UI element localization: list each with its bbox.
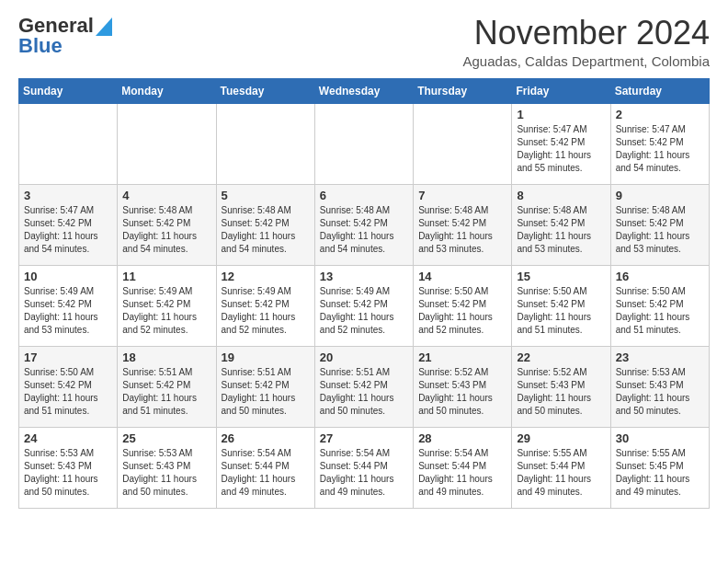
calendar-cell: 24Sunrise: 5:53 AM Sunset: 5:43 PM Dayli… xyxy=(19,427,118,508)
day-number: 8 xyxy=(517,189,605,202)
logo-blue-text: Blue xyxy=(18,35,112,57)
day-number: 29 xyxy=(517,431,605,445)
day-info: Sunrise: 5:49 AM Sunset: 5:42 PM Dayligh… xyxy=(222,286,296,335)
day-number: 22 xyxy=(517,350,605,364)
weekday-header-saturday: Saturday xyxy=(610,78,709,103)
day-number: 2 xyxy=(616,108,704,121)
day-number: 26 xyxy=(222,431,310,445)
day-info: Sunrise: 5:49 AM Sunset: 5:42 PM Dayligh… xyxy=(320,286,394,335)
day-number: 18 xyxy=(122,350,210,364)
day-info: Sunrise: 5:51 AM Sunset: 5:42 PM Dayligh… xyxy=(222,367,296,416)
day-number: 6 xyxy=(320,189,408,202)
calendar-week-row: 3Sunrise: 5:47 AM Sunset: 5:42 PM Daylig… xyxy=(19,184,710,265)
day-number: 27 xyxy=(320,431,408,445)
title-area: November 2024 Aguadas, Caldas Department… xyxy=(463,15,710,69)
day-info: Sunrise: 5:48 AM Sunset: 5:42 PM Dayligh… xyxy=(222,205,296,254)
day-info: Sunrise: 5:52 AM Sunset: 5:43 PM Dayligh… xyxy=(517,367,591,416)
calendar-cell: 23Sunrise: 5:53 AM Sunset: 5:43 PM Dayli… xyxy=(610,346,709,427)
calendar-cell: 25Sunrise: 5:53 AM Sunset: 5:43 PM Dayli… xyxy=(118,427,216,508)
day-info: Sunrise: 5:50 AM Sunset: 5:42 PM Dayligh… xyxy=(517,286,591,335)
day-info: Sunrise: 5:48 AM Sunset: 5:42 PM Dayligh… xyxy=(616,205,690,254)
calendar-table: SundayMondayTuesdayWednesdayThursdayFrid… xyxy=(18,78,710,509)
calendar-week-row: 10Sunrise: 5:49 AM Sunset: 5:42 PM Dayli… xyxy=(19,265,710,346)
day-number: 11 xyxy=(122,270,210,283)
day-info: Sunrise: 5:54 AM Sunset: 5:44 PM Dayligh… xyxy=(418,448,493,497)
weekday-header-monday: Monday xyxy=(118,78,216,103)
calendar-cell xyxy=(19,103,118,184)
day-number: 14 xyxy=(418,270,506,283)
day-number: 5 xyxy=(222,189,310,202)
day-info: Sunrise: 5:55 AM Sunset: 5:44 PM Dayligh… xyxy=(517,448,591,497)
calendar-cell: 16Sunrise: 5:50 AM Sunset: 5:42 PM Dayli… xyxy=(610,265,709,346)
day-number: 9 xyxy=(616,189,704,202)
calendar-cell: 18Sunrise: 5:51 AM Sunset: 5:42 PM Dayli… xyxy=(118,346,216,427)
day-number: 15 xyxy=(517,270,605,283)
day-number: 20 xyxy=(320,350,408,364)
day-info: Sunrise: 5:49 AM Sunset: 5:42 PM Dayligh… xyxy=(122,286,197,335)
calendar-cell: 19Sunrise: 5:51 AM Sunset: 5:42 PM Dayli… xyxy=(216,346,314,427)
calendar-cell: 29Sunrise: 5:55 AM Sunset: 5:44 PM Dayli… xyxy=(512,427,610,508)
day-number: 10 xyxy=(24,270,112,283)
day-number: 24 xyxy=(24,431,112,445)
calendar-week-row: 17Sunrise: 5:50 AM Sunset: 5:42 PM Dayli… xyxy=(19,346,710,427)
day-info: Sunrise: 5:54 AM Sunset: 5:44 PM Dayligh… xyxy=(222,448,296,497)
day-info: Sunrise: 5:49 AM Sunset: 5:42 PM Dayligh… xyxy=(24,286,98,335)
day-info: Sunrise: 5:47 AM Sunset: 5:42 PM Dayligh… xyxy=(616,124,690,173)
day-number: 1 xyxy=(517,108,605,121)
calendar-cell: 6Sunrise: 5:48 AM Sunset: 5:42 PM Daylig… xyxy=(314,184,413,265)
calendar-cell: 5Sunrise: 5:48 AM Sunset: 5:42 PM Daylig… xyxy=(216,184,314,265)
day-info: Sunrise: 5:48 AM Sunset: 5:42 PM Dayligh… xyxy=(122,205,197,254)
day-number: 3 xyxy=(24,189,112,202)
day-info: Sunrise: 5:50 AM Sunset: 5:42 PM Dayligh… xyxy=(24,367,98,416)
day-info: Sunrise: 5:48 AM Sunset: 5:42 PM Dayligh… xyxy=(418,205,493,254)
day-info: Sunrise: 5:53 AM Sunset: 5:43 PM Dayligh… xyxy=(616,367,690,416)
day-number: 28 xyxy=(418,431,506,445)
day-number: 25 xyxy=(122,431,210,445)
calendar-cell: 4Sunrise: 5:48 AM Sunset: 5:42 PM Daylig… xyxy=(118,184,216,265)
calendar-cell: 8Sunrise: 5:48 AM Sunset: 5:42 PM Daylig… xyxy=(512,184,610,265)
day-number: 21 xyxy=(418,350,506,364)
day-info: Sunrise: 5:53 AM Sunset: 5:43 PM Dayligh… xyxy=(24,448,98,497)
day-number: 19 xyxy=(222,350,310,364)
calendar-header-row: SundayMondayTuesdayWednesdayThursdayFrid… xyxy=(19,78,710,103)
calendar-week-row: 1Sunrise: 5:47 AM Sunset: 5:42 PM Daylig… xyxy=(19,103,710,184)
calendar-cell: 7Sunrise: 5:48 AM Sunset: 5:42 PM Daylig… xyxy=(414,184,512,265)
day-info: Sunrise: 5:51 AM Sunset: 5:42 PM Dayligh… xyxy=(122,367,197,416)
calendar-cell: 26Sunrise: 5:54 AM Sunset: 5:44 PM Dayli… xyxy=(216,427,314,508)
calendar-cell: 20Sunrise: 5:51 AM Sunset: 5:42 PM Dayli… xyxy=(314,346,413,427)
day-info: Sunrise: 5:52 AM Sunset: 5:43 PM Dayligh… xyxy=(418,367,493,416)
day-number: 13 xyxy=(320,270,408,283)
calendar-cell: 17Sunrise: 5:50 AM Sunset: 5:42 PM Dayli… xyxy=(19,346,118,427)
calendar-cell: 2Sunrise: 5:47 AM Sunset: 5:42 PM Daylig… xyxy=(610,103,709,184)
calendar-cell: 10Sunrise: 5:49 AM Sunset: 5:42 PM Dayli… xyxy=(19,265,118,346)
calendar-cell xyxy=(216,103,314,184)
day-number: 30 xyxy=(616,431,704,445)
day-info: Sunrise: 5:47 AM Sunset: 5:42 PM Dayligh… xyxy=(24,205,98,254)
calendar-cell: 15Sunrise: 5:50 AM Sunset: 5:42 PM Dayli… xyxy=(512,265,610,346)
day-number: 12 xyxy=(222,270,310,283)
calendar-cell: 14Sunrise: 5:50 AM Sunset: 5:42 PM Dayli… xyxy=(414,265,512,346)
day-info: Sunrise: 5:48 AM Sunset: 5:42 PM Dayligh… xyxy=(320,205,394,254)
logo-triangle-icon xyxy=(96,17,112,36)
day-info: Sunrise: 5:51 AM Sunset: 5:42 PM Dayligh… xyxy=(320,367,394,416)
calendar-cell: 3Sunrise: 5:47 AM Sunset: 5:42 PM Daylig… xyxy=(19,184,118,265)
calendar-cell: 28Sunrise: 5:54 AM Sunset: 5:44 PM Dayli… xyxy=(414,427,512,508)
calendar-week-row: 24Sunrise: 5:53 AM Sunset: 5:43 PM Dayli… xyxy=(19,427,710,508)
calendar-cell: 1Sunrise: 5:47 AM Sunset: 5:42 PM Daylig… xyxy=(512,103,610,184)
day-info: Sunrise: 5:55 AM Sunset: 5:45 PM Dayligh… xyxy=(616,448,690,497)
day-info: Sunrise: 5:54 AM Sunset: 5:44 PM Dayligh… xyxy=(320,448,394,497)
calendar-cell: 12Sunrise: 5:49 AM Sunset: 5:42 PM Dayli… xyxy=(216,265,314,346)
day-number: 16 xyxy=(616,270,704,283)
day-number: 23 xyxy=(616,350,704,364)
calendar-cell xyxy=(414,103,512,184)
day-info: Sunrise: 5:48 AM Sunset: 5:42 PM Dayligh… xyxy=(517,205,591,254)
day-number: 4 xyxy=(122,189,210,202)
calendar-cell: 22Sunrise: 5:52 AM Sunset: 5:43 PM Dayli… xyxy=(512,346,610,427)
weekday-header-wednesday: Wednesday xyxy=(314,78,413,103)
weekday-header-sunday: Sunday xyxy=(19,78,118,103)
svg-marker-0 xyxy=(96,17,112,36)
day-info: Sunrise: 5:47 AM Sunset: 5:42 PM Dayligh… xyxy=(517,124,591,173)
calendar-cell: 21Sunrise: 5:52 AM Sunset: 5:43 PM Dayli… xyxy=(414,346,512,427)
calendar-cell: 9Sunrise: 5:48 AM Sunset: 5:42 PM Daylig… xyxy=(610,184,709,265)
page-header: General Blue November 2024 Aguadas, Cald… xyxy=(18,15,710,69)
